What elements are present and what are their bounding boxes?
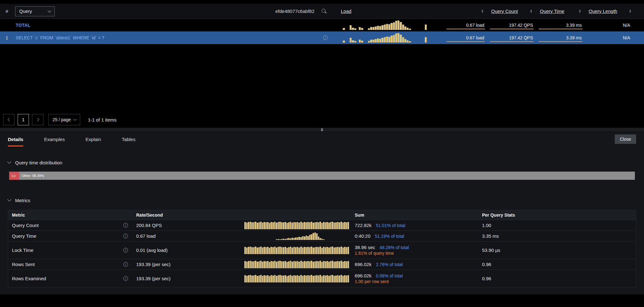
metric-row-rows-examined: Rows Examinedi 193.39 (per sec) 696.02k0… (8, 270, 636, 287)
items-range-label: 1-1 of 1 items (88, 117, 116, 122)
per-row-sent: 1.00 per row sent (355, 279, 475, 284)
pct-of-total-link[interactable]: 51.01% of total (376, 223, 405, 228)
load-sparkline[interactable] (337, 20, 444, 30)
table-row-query-1[interactable]: 1 SELECT `c` FROM `sbtest1` WHERE `id` =… (0, 31, 644, 44)
col-metric: Metric (8, 213, 132, 218)
overview-table-header: # Query efde48077c6abf82 Load Query Coun… (0, 4, 644, 19)
info-icon[interactable]: i (123, 262, 128, 267)
dimension-dropdown-value: Query (19, 9, 32, 14)
next-page-button[interactable] (32, 114, 43, 125)
details-panel: Details Examples Explain Tables Close Qu… (0, 132, 644, 294)
metric-row-lock-time: Lock Timei 0.01 (avg load) 38.96 sec48.2… (8, 241, 636, 259)
chevron-down-icon (74, 117, 77, 121)
section-query-time-distribution[interactable]: Query time distribution (8, 158, 636, 167)
sort-icon[interactable] (579, 9, 581, 13)
query-length-value: N/A (585, 31, 644, 44)
column-header-query-time[interactable]: Query Time (536, 4, 585, 19)
chevron-down-icon (7, 160, 11, 164)
value-bar (490, 41, 534, 42)
query-count-value: 197.42 QPS (487, 19, 536, 31)
query-cell[interactable]: SELECT `c` FROM `sbtest1` WHERE `id` = ?… (14, 31, 337, 44)
column-header-query-length[interactable]: Query Length (585, 4, 644, 19)
query-fingerprint: SELECT `c` FROM `sbtest1` WHERE `id` = ? (14, 35, 104, 40)
pagination: 1 25 / page 1-1 of 1 items (0, 112, 644, 128)
tab-examples[interactable]: Examples (44, 132, 65, 146)
metric-sparkline[interactable] (242, 247, 351, 254)
metric-sparkline[interactable] (242, 275, 351, 282)
chevron-down-icon (7, 197, 11, 202)
metric-row-query-time: Query Timei 0.67 load 0:40:2051.19% of t… (8, 230, 636, 241)
page-number-button[interactable]: 1 (18, 114, 29, 125)
pct-of-query-time: 1.61% of query time (355, 251, 475, 256)
chevron-right-icon (36, 118, 39, 121)
info-icon[interactable]: i (123, 248, 128, 253)
footer-strip (0, 294, 644, 307)
distribution-segment-lock-time[interactable]: Lo (9, 172, 19, 180)
details-tabs: Details Examples Explain Tables Close (0, 132, 644, 146)
query-header-cell: Query efde48077c6abf82 (14, 4, 337, 19)
value-bar (539, 41, 582, 42)
tab-explain[interactable]: Explain (86, 132, 101, 146)
sort-icon[interactable] (530, 9, 532, 13)
metric-row-query-count: Query Counti 200.84 QPS 722.82k51.01% of… (8, 220, 636, 230)
load-value: 0.67 load (444, 31, 487, 44)
info-icon[interactable]: i (123, 223, 128, 228)
sort-icon[interactable] (629, 9, 631, 13)
col-per-query-stats: Per Query Stats (478, 213, 636, 218)
column-header-query-count[interactable]: Query Count (487, 4, 536, 19)
table-row-total[interactable]: TOTAL 0.67 load 197.42 QPS 3.39 ms N/A (0, 19, 644, 31)
metric-sparkline[interactable] (242, 222, 351, 229)
metric-sparkline[interactable] (242, 261, 351, 268)
top-strip (0, 0, 644, 4)
section-metrics[interactable]: Metrics (8, 196, 636, 205)
pct-of-total-link[interactable]: 48.28% of total (380, 245, 409, 250)
query-length-value: N/A (585, 19, 644, 31)
pct-of-total-link[interactable]: 51.19% of total (375, 234, 404, 239)
query-time-value: 3.39 ms (536, 19, 585, 31)
value-bar (447, 29, 485, 29)
load-sparkline[interactable] (337, 33, 444, 43)
resize-arrows-icon (321, 128, 323, 131)
page-size-dropdown[interactable]: 25 / page (48, 114, 80, 125)
column-header-load[interactable]: Load (337, 4, 487, 19)
query-time-distribution-bar: Lo Other: 98.39% (9, 172, 635, 180)
metric-row-rows-sent: Rows Senti 193.39 (per sec) 696.02k2.76%… (8, 259, 636, 270)
distribution-segment-other[interactable]: Other: 98.39% (19, 172, 635, 180)
close-button[interactable]: Close (615, 134, 636, 144)
metric-sparkline[interactable] (242, 232, 351, 240)
info-icon[interactable]: i (323, 35, 328, 40)
value-bar (490, 29, 534, 29)
load-value: 0.67 load (444, 19, 487, 31)
chevron-left-icon (8, 118, 11, 121)
dimension-dropdown[interactable]: Query (15, 6, 55, 16)
total-cell: TOTAL (14, 19, 337, 31)
metrics-table: Metric Rate/Second Sum Per Query Stats Q… (8, 210, 636, 287)
query-time-value: 3.39 ms (536, 31, 585, 44)
sort-icon[interactable] (481, 9, 484, 13)
total-label: TOTAL (14, 23, 31, 28)
pct-of-total-link[interactable]: 0.56% of total (376, 273, 403, 278)
query-checksum: efde48077c6abf82 (275, 9, 314, 14)
value-bar (447, 41, 485, 42)
panel-resize-handle[interactable] (0, 128, 644, 132)
table-empty-area (0, 44, 644, 112)
chevron-down-icon (47, 9, 51, 12)
qan-query-analytics: # Query efde48077c6abf82 Load Query Coun… (0, 0, 644, 307)
col-rate: Rate/Second (132, 213, 242, 218)
search-icon[interactable] (321, 9, 327, 14)
col-sum: Sum (351, 213, 478, 218)
info-icon[interactable]: i (123, 276, 128, 281)
pct-of-total-link[interactable]: 2.76% of total (376, 262, 403, 267)
prev-page-button[interactable] (3, 114, 14, 125)
column-header-number: # (0, 9, 14, 14)
metrics-table-header: Metric Rate/Second Sum Per Query Stats (8, 210, 636, 220)
value-bar (539, 29, 582, 29)
tab-details[interactable]: Details (8, 132, 23, 146)
row-number: 1 (0, 35, 14, 40)
tab-tables[interactable]: Tables (122, 132, 135, 146)
query-count-value: 197.42 QPS (487, 31, 536, 44)
info-icon[interactable]: i (123, 234, 128, 238)
